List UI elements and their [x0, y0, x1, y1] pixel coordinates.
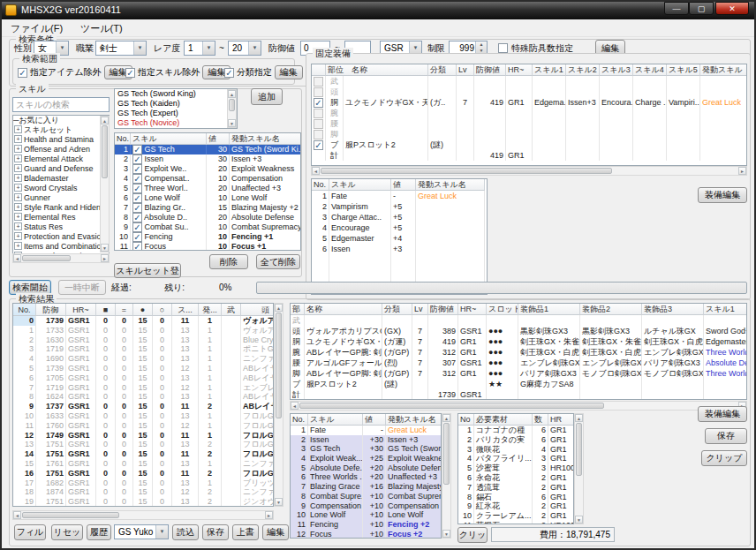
rarity-from-select[interactable]: 1▼ — [184, 41, 215, 56]
table-row[interactable]: No必要素材数HR — [458, 414, 573, 426]
scope-checkbox[interactable]: ✓ — [224, 68, 234, 78]
skill-search-input[interactable]: スキルの検索 — [12, 97, 110, 112]
tree-item[interactable]: +Blademaster — [13, 174, 109, 184]
table-row[interactable]: 7✓ Blazing Gr..15Blazing Majesty +2 — [115, 203, 300, 213]
reset-button[interactable]: リセッ — [51, 524, 83, 540]
tree-item[interactable]: ─お気に入り — [13, 116, 109, 125]
table-row[interactable]: 7透流茸2GR1 — [458, 483, 573, 493]
row-checkbox[interactable]: ✓ — [312, 108, 326, 118]
expander-plus-icon[interactable]: + — [14, 154, 22, 162]
row-checkbox[interactable]: ✓ — [312, 97, 326, 108]
table-row[interactable]: 2✓ Issen30Issen +3 — [115, 154, 300, 164]
table-row[interactable]: No.スキル値発動スキル名 — [115, 133, 300, 145]
checked-checkbox-icon[interactable]: ✓ — [132, 184, 142, 193]
results-vscrollbar[interactable]: ▲ ▼ — [274, 303, 284, 507]
tree-item[interactable]: +Guard and Defense — [13, 164, 109, 174]
table-row[interactable]: 9Compensation+10Compensation — [291, 501, 441, 511]
table-row[interactable]: 3微咲花4GR1 — [458, 445, 573, 455]
save-history-button[interactable]: 保存 — [202, 524, 229, 540]
table-row[interactable]: 1✓ GS Tech30GS Tech (Sword Ki.. — [115, 145, 300, 154]
table-row[interactable]: 頭ヴォルアポカリプスGX(GX)7389GSR1●●●黒影剣珠GX3黒影剣珠GX… — [291, 326, 746, 336]
tree-item[interactable]: +Status Res — [13, 222, 109, 232]
title-bar[interactable]: MHSX2G ver20160411 — ▢ ✕ — [2, 2, 754, 19]
row-checkbox[interactable]: ✓ — [312, 76, 326, 87]
table-row[interactable]: 6✓ Lone Wolf10Lone Wolf — [115, 193, 300, 203]
table-row[interactable]: 61705GSR100150131ABレイヤ... — [13, 373, 273, 383]
table-row[interactable]: 191751GSR100150132ジンオウ... — [13, 497, 273, 507]
table-row[interactable]: 181874GSR100150122ニンファ... — [13, 487, 273, 497]
table-row[interactable]: ✓腕 — [312, 108, 746, 118]
table-row[interactable]: 51739GSR100150121ABレイヤ... — [13, 364, 273, 373]
result-save-button[interactable]: 保存 — [705, 428, 747, 444]
scope-checkbox[interactable]: ✓ — [125, 68, 135, 78]
expander-plus-icon[interactable]: + — [14, 174, 22, 182]
expander-plus-icon[interactable]: + — [14, 145, 22, 153]
table-row[interactable]: 12Focus+10Focus +2 — [291, 530, 441, 539]
history-select[interactable]: GS Yuko▼ — [114, 524, 169, 539]
unchecked-checkbox-icon[interactable]: ✓ — [314, 87, 323, 97]
table-row[interactable]: 161751GSR100150112フロルGF... — [13, 469, 273, 478]
row-checkbox[interactable]: ✓ — [312, 139, 326, 150]
expander-plus-icon[interactable]: + — [14, 213, 22, 221]
row-checkbox[interactable]: ✓ — [312, 129, 326, 139]
table-row[interactable]: 腕ABレイヤーGP腕: 剣...(ガGP)7312GR1●●●剣王珠GX・白虎剣… — [291, 347, 746, 358]
checked-checkbox-icon[interactable]: ✓ — [132, 145, 142, 154]
list-item[interactable]: GS Tech (Sword King) — [115, 89, 237, 99]
maximize-button[interactable]: ▢ — [689, 2, 714, 15]
table-row[interactable]: 3Charge Attac..+5 — [312, 212, 487, 222]
expander-plus-icon[interactable]: + — [14, 164, 22, 172]
table-row[interactable]: 2バリカタの実6GR1 — [458, 435, 573, 445]
table-row[interactable]: 部位 名称分類Lv防御値HR~スキル1スキル2スキル3スキル4スキル5発動スキル… — [312, 64, 746, 76]
expander-plus-icon[interactable]: + — [14, 125, 22, 133]
class-select[interactable]: 剣士▼ — [95, 41, 147, 56]
table-row[interactable]: 2Issen+30Issen +3 — [291, 435, 441, 445]
table-row[interactable]: 胴ユクモノドウギGX・天(ガ運)7419GR1●●●剣王珠GX・朱雀剣王珠GX・… — [291, 336, 746, 347]
unchecked-checkbox-icon[interactable]: ✓ — [314, 130, 323, 139]
scope-edit-button[interactable]: 編集 — [275, 65, 303, 79]
result-equip-edit-button[interactable]: 装備編集 — [698, 406, 747, 422]
table-row[interactable]: 11Fencing+10Fencing +2 — [291, 520, 441, 530]
result-skills-table[interactable]: No.スキル値発動スキル名1Fate-Great Luck2Issen+30Is… — [290, 413, 442, 539]
table-row[interactable]: 3GS Tech+30GS Tech (Sword King) — [291, 444, 441, 454]
tree-item[interactable]: +Items and Combinations — [13, 242, 109, 252]
clip-small-button[interactable]: クリッ — [457, 527, 488, 543]
table-row[interactable]: 4Exploit Weak...+25Exploit Weakness — [291, 454, 441, 463]
table-row[interactable]: 01739GSR100150111ヴォルア... — [13, 316, 273, 326]
scope-checkbox[interactable]: ✓ — [18, 68, 27, 78]
candidate-list-scrollbar[interactable]: ▲ ▼ — [227, 89, 237, 128]
result-skills-scrollbar[interactable]: ▲ ▼ — [442, 413, 451, 539]
table-row[interactable]: No.スキル値発動スキル名 — [291, 414, 441, 426]
table-row[interactable]: 141751GSR100150112フロルGF... — [13, 449, 273, 459]
close-button[interactable]: ✕ — [715, 2, 749, 15]
filter-button[interactable]: フィル — [14, 524, 46, 540]
checked-checkbox-icon[interactable]: ✓ — [132, 154, 142, 164]
table-row[interactable]: ✓胴ユクモノドウギGX・天(ガ..7419GR1Edgema..Issen+3E… — [312, 97, 746, 108]
special-armor-checkbox[interactable]: ✓ — [498, 43, 508, 53]
expander-plus-icon[interactable]: + — [14, 184, 22, 192]
table-row[interactable]: 1Fate-Great Luck — [291, 426, 441, 435]
expander-plus-icon[interactable]: + — [14, 222, 22, 230]
checked-checkbox-icon[interactable]: ✓ — [314, 98, 323, 108]
skill-candidate-list[interactable]: GS Tech (Sword King)GS Tech (Kaiden)GS T… — [114, 88, 238, 129]
expander-plus-icon[interactable]: + — [14, 193, 22, 201]
table-row[interactable]: 6永命花2GR1 — [458, 473, 573, 483]
table-row[interactable]: 5沙蜜茸3HR100 — [458, 463, 573, 473]
fixed-equipment-table[interactable]: 部位 名称分類Lv防御値HR~スキル1スキル2スキル3スキル4スキル5発動スキル… — [311, 64, 747, 166]
checked-checkbox-icon[interactable]: ✓ — [132, 193, 142, 203]
row-checkbox[interactable]: ✓ — [312, 118, 326, 129]
tree-item[interactable]: +Health and Stamina — [13, 135, 109, 145]
table-row[interactable]: 171682GSR100150131ブリッツ... — [13, 478, 273, 488]
rarity-to-select[interactable]: 20▼ — [228, 41, 261, 56]
checked-checkbox-icon[interactable]: ✓ — [314, 140, 323, 150]
table-row[interactable]: 6Three Worlds ...+20Unaffected +3 — [291, 472, 441, 482]
table-row[interactable]: 10Lone Wolf+10Lone Wolf — [291, 510, 441, 520]
row-checkbox[interactable]: ✓ — [312, 87, 326, 97]
edit-history-button[interactable]: 編集 — [262, 524, 289, 540]
table-row[interactable]: 部名称分類Lv防御値HR~スロット装飾品1装飾品2装飾品3スキル1スキ — [291, 304, 746, 315]
unchecked-checkbox-icon[interactable]: ✓ — [314, 77, 323, 87]
minimize-button[interactable]: — — [664, 2, 689, 15]
fixed-equip-edit-button[interactable]: 装備編集 — [698, 187, 747, 203]
table-row[interactable]: 101633GSR100150131フロルGF... — [13, 411, 273, 421]
checked-checkbox-icon[interactable]: ✓ — [132, 213, 142, 222]
table-row[interactable]: 111760GSR100150121フロルGF... — [13, 421, 273, 431]
